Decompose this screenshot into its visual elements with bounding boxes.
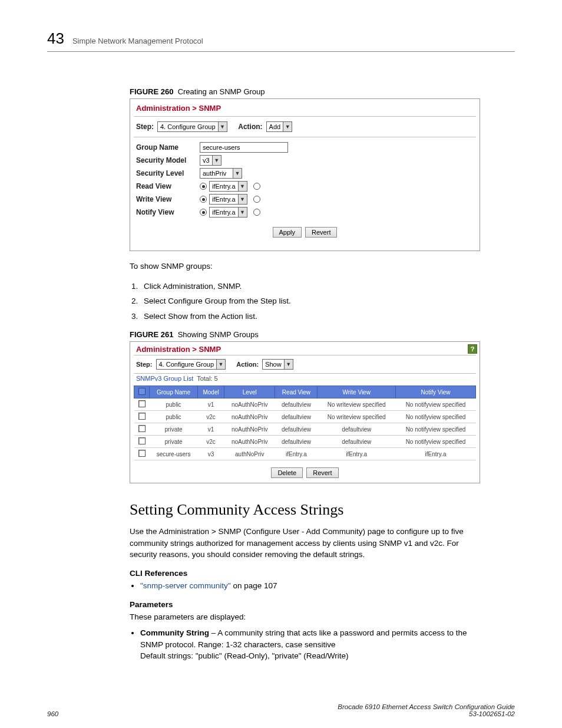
table-row: publicv2cnoAuthNoPrivdefaultviewNo write… bbox=[134, 411, 476, 423]
table-row: privatev1noAuthNoPrivdefaultviewdefaultv… bbox=[134, 423, 476, 436]
revert-button[interactable]: Revert bbox=[305, 227, 337, 238]
row-security-model: Security Model v3 ▼ bbox=[136, 155, 474, 166]
revert-button[interactable]: Revert bbox=[306, 467, 338, 478]
cell-write-view: No writeview specified bbox=[318, 411, 396, 423]
cell-group-name: private bbox=[150, 436, 198, 448]
step-select[interactable]: 4. Configure Group ▼ bbox=[156, 359, 226, 370]
col-notify-view: Notify View bbox=[395, 386, 475, 398]
footer-doc-num: 53-1002651-02 bbox=[469, 710, 515, 717]
write-view-select[interactable]: ifEntry.a ▼ bbox=[209, 194, 247, 205]
group-name-label: Group Name bbox=[136, 143, 200, 151]
list-title-text: SNMPv3 Group List bbox=[136, 375, 193, 382]
delete-button[interactable]: Delete bbox=[271, 467, 303, 478]
cell-level: noAuthNoPriv bbox=[224, 423, 275, 436]
chevron-down-icon: ▼ bbox=[219, 122, 227, 131]
figure260-text: Creating an SNMP Group bbox=[178, 87, 265, 96]
apply-button[interactable]: Apply bbox=[273, 227, 302, 238]
row-group-name: Group Name bbox=[136, 142, 474, 153]
col-model: Model bbox=[198, 386, 224, 398]
snmp-add-group-panel: Administration > SNMP Step: 4. Configure… bbox=[130, 98, 480, 251]
table-row: publicv1noAuthNoPrivdefaultviewNo writev… bbox=[134, 398, 476, 411]
figure261-text: Showing SNMP Groups bbox=[178, 330, 259, 339]
step-select[interactable]: 4. Configure Group ▼ bbox=[157, 121, 227, 132]
param-name: Community String bbox=[140, 628, 209, 637]
row-checkbox[interactable] bbox=[138, 400, 146, 407]
snmp-show-groups-panel: Administration > SNMP ? Step: 4. Configu… bbox=[130, 341, 480, 483]
cell-notify-view: No notifyview specified bbox=[395, 436, 475, 448]
button-row: Apply Revert bbox=[136, 225, 474, 242]
action-select[interactable]: Show ▼ bbox=[262, 359, 293, 370]
cell-group-name: public bbox=[150, 398, 198, 411]
toolbar: Step: 4. Configure Group ▼ Action: Show … bbox=[130, 355, 480, 373]
row-security-level: Security Level authPriv ▼ bbox=[136, 168, 474, 179]
section-heading: Setting Community Access Strings bbox=[130, 501, 515, 519]
row-write-view: Write View ifEntry.a ▼ bbox=[136, 194, 474, 205]
read-view-label: Read View bbox=[136, 182, 200, 190]
cell-read-view: defaultview bbox=[275, 423, 318, 436]
figure260-label: FIGURE 260 bbox=[130, 87, 173, 96]
row-checkbox[interactable] bbox=[138, 425, 146, 432]
row-check-cell bbox=[134, 398, 150, 411]
cell-model: v1 bbox=[198, 423, 224, 436]
page-header: 43 Simple Network Management Protocol bbox=[47, 29, 515, 52]
cli-reference-item: "snmp-server community" on page 107 bbox=[140, 580, 480, 592]
row-check-cell bbox=[134, 436, 150, 448]
row-checkbox[interactable] bbox=[138, 437, 146, 444]
col-write-view: Write View bbox=[318, 386, 396, 398]
chevron-down-icon: ▼ bbox=[239, 182, 247, 191]
figure261-label: FIGURE 261 bbox=[130, 330, 173, 339]
cell-write-view: No writeview specified bbox=[318, 398, 396, 411]
cli-link[interactable]: "snmp-server community" bbox=[140, 581, 231, 590]
list-title: SNMPv3 Group List Total: 5 bbox=[130, 374, 480, 383]
row-checkbox[interactable] bbox=[138, 413, 146, 420]
read-view-select[interactable]: ifEntry.a ▼ bbox=[209, 181, 247, 192]
parameter-item: Community String – A community string th… bbox=[140, 627, 480, 662]
chevron-down-icon: ▼ bbox=[239, 207, 247, 217]
action-label: Action: bbox=[238, 123, 262, 131]
cell-model: v2c bbox=[198, 411, 224, 423]
table-header-row: Group Name Model Level Read View Write V… bbox=[134, 386, 476, 398]
breadcrumb: Administration > SNMP bbox=[130, 99, 480, 116]
footer-right: Brocade 6910 Ethernet Access Switch Conf… bbox=[338, 703, 515, 717]
chevron-down-icon: ▼ bbox=[213, 156, 221, 165]
page-footer: 960 Brocade 6910 Ethernet Access Switch … bbox=[47, 703, 515, 717]
toolbar: Step: 4. Configure Group ▼ Action: Add ▼ bbox=[130, 117, 480, 137]
security-model-select[interactable]: v3 ▼ bbox=[200, 155, 222, 166]
cell-write-view: defaultview bbox=[318, 423, 396, 436]
notify-view-radio-none[interactable] bbox=[253, 209, 260, 216]
col-group-name: Group Name bbox=[150, 386, 198, 398]
cli-references-heading: CLI References bbox=[130, 569, 515, 578]
notify-view-label: Notify View bbox=[136, 208, 200, 216]
cli-tail: on page 107 bbox=[231, 581, 277, 590]
step-label: Step: bbox=[136, 361, 153, 368]
cli-references-list: "snmp-server community" on page 107 bbox=[130, 580, 480, 592]
read-view-radio-select[interactable] bbox=[200, 183, 207, 190]
action-select[interactable]: Add ▼ bbox=[266, 121, 293, 132]
header-checkbox[interactable] bbox=[138, 388, 146, 395]
read-view-value: ifEntry.a bbox=[210, 182, 239, 191]
parameters-intro: These parameters are displayed: bbox=[130, 611, 480, 623]
cell-notify-view: ifEntry.a bbox=[395, 448, 475, 460]
row-checkbox[interactable] bbox=[138, 450, 146, 457]
action-label: Action: bbox=[236, 361, 259, 368]
security-level-select[interactable]: authPriv ▼ bbox=[200, 168, 242, 179]
security-model-label: Security Model bbox=[136, 156, 200, 164]
write-view-radio-select[interactable] bbox=[200, 196, 207, 203]
col-check bbox=[134, 386, 150, 398]
row-check-cell bbox=[134, 423, 150, 436]
step-select-value: 4. Configure Group bbox=[158, 122, 219, 131]
notify-view-radio-select[interactable] bbox=[200, 209, 207, 216]
footer-page: 960 bbox=[47, 710, 58, 717]
action-select-value: Add bbox=[267, 122, 284, 131]
step-label: Step: bbox=[136, 123, 154, 131]
row-notify-view: Notify View ifEntry.a ▼ bbox=[136, 207, 474, 218]
table-row: secure-usersv3authNoPrivifEntry.aifEntry… bbox=[134, 448, 476, 460]
help-icon[interactable]: ? bbox=[468, 344, 477, 354]
group-name-input[interactable] bbox=[200, 142, 288, 153]
notify-view-select[interactable]: ifEntry.a ▼ bbox=[209, 207, 247, 218]
read-view-radio-none[interactable] bbox=[253, 183, 260, 190]
show-groups-steps: Click Administration, SNMP. Select Confi… bbox=[130, 281, 480, 322]
write-view-radio-none[interactable] bbox=[253, 196, 260, 203]
col-read-view: Read View bbox=[275, 386, 318, 398]
footer-doc-title: Brocade 6910 Ethernet Access Switch Conf… bbox=[338, 703, 515, 710]
